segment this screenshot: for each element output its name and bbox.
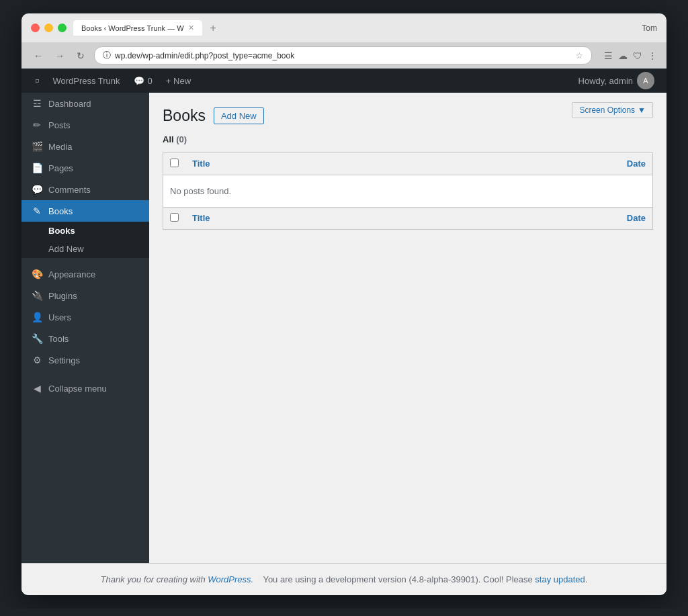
sidebar-gap <box>22 258 149 263</box>
close-dot[interactable] <box>31 24 40 32</box>
sidebar-menu: ☲ Dashboard ✏ Posts 🎬 Media <box>22 93 149 371</box>
posts-table: Title Date No posts found. <box>163 152 653 230</box>
wp-content: Screen Options ▼ Books Add New All (0) <box>149 93 666 563</box>
screen-options-button[interactable]: Screen Options ▼ <box>572 102 653 118</box>
media-icon: 🎬 <box>31 141 43 152</box>
bookmark-icon[interactable]: ☆ <box>576 51 583 60</box>
sidebar-item-comments[interactable]: 💬 Comments <box>22 179 149 200</box>
sidebar-item-appearance[interactable]: 🎨 Appearance <box>22 263 149 285</box>
settings-link[interactable]: ⚙ Settings <box>22 349 149 371</box>
sidebar-item-plugins[interactable]: 🔌 Plugins <box>22 285 149 306</box>
browser-toolbar-right: ☰ ☁ 🛡 ⋮ <box>604 50 657 61</box>
posts-icon: ✏ <box>31 120 43 130</box>
select-all-checkbox[interactable] <box>170 159 179 167</box>
books-sub-add-new-link[interactable]: Add New <box>22 240 149 258</box>
foot-title-col: Title <box>185 207 572 229</box>
comments-item[interactable]: 💬 0 <box>127 69 159 93</box>
browser-tab[interactable]: Books ‹ WordPress Trunk — W ✕ <box>73 20 202 36</box>
posts-link[interactable]: ✏ Posts <box>22 114 149 136</box>
tab-title: Books ‹ WordPress Trunk — W <box>81 24 184 32</box>
site-name: WordPress Trunk <box>52 76 120 86</box>
books-link[interactable]: ✎ Books <box>22 200 149 222</box>
url-display: wp.dev/wp-admin/edit.php?post_type=acme_… <box>115 51 572 60</box>
date-sort-link[interactable]: Date <box>579 159 646 169</box>
sidebar-item-pages[interactable]: 📄 Pages <box>22 157 149 179</box>
plugins-label: Plugins <box>48 291 77 301</box>
tools-link[interactable]: 🔧 Tools <box>22 328 149 349</box>
tools-icon: 🔧 <box>31 333 43 344</box>
address-bar[interactable]: ⓘ wp.dev/wp-admin/edit.php?post_type=acm… <box>94 46 592 64</box>
wp-sidebar: ☲ Dashboard ✏ Posts 🎬 Media <box>22 93 149 563</box>
sidebar-item-books[interactable]: ✎ Books Books Add New <box>22 200 149 258</box>
new-content-item[interactable]: + New <box>159 69 198 93</box>
tab-close-icon[interactable]: ✕ <box>188 24 194 32</box>
menu-icon[interactable]: ⋮ <box>648 50 657 61</box>
books-submenu-add-new[interactable]: Add New <box>22 240 149 258</box>
add-new-button[interactable]: Add New <box>214 107 264 124</box>
wp-main: ☲ Dashboard ✏ Posts 🎬 Media <box>22 93 666 563</box>
layers-icon[interactable]: ☰ <box>604 50 613 61</box>
lock-icon: ⓘ <box>103 50 111 61</box>
media-link[interactable]: 🎬 Media <box>22 136 149 157</box>
dashboard-label: Dashboard <box>48 99 91 109</box>
sidebar-item-media[interactable]: 🎬 Media <box>22 136 149 157</box>
collapse-icon: ◀ <box>31 383 43 394</box>
select-all-footer-checkbox[interactable] <box>170 213 179 222</box>
stay-updated-link[interactable]: stay updated <box>535 574 585 584</box>
plugins-link[interactable]: 🔌 Plugins <box>22 285 149 306</box>
admin-avatar: A <box>637 72 654 89</box>
wp-admin-bar: ▫ WordPress Trunk 💬 0 + New Howdy, admin… <box>22 69 666 93</box>
plugins-icon: 🔌 <box>31 290 43 301</box>
comments-link[interactable]: 💬 Comments <box>22 179 149 200</box>
comments-icon: 💬 <box>134 76 144 86</box>
shield-icon[interactable]: 🛡 <box>633 50 642 61</box>
sidebar-item-tools[interactable]: 🔧 Tools <box>22 328 149 349</box>
title-sort-link[interactable]: Title <box>192 159 210 169</box>
table-head: Title Date <box>163 152 653 175</box>
books-sub-books-link[interactable]: Books <box>22 222 149 240</box>
comments-label: Comments <box>48 185 91 195</box>
books-submenu-books[interactable]: Books <box>22 222 149 240</box>
wp-window: ▫ WordPress Trunk 💬 0 + New Howdy, admin… <box>22 69 666 595</box>
sidebar-item-users[interactable]: 👤 Users <box>22 306 149 328</box>
wordpress-link[interactable]: WordPress <box>208 574 251 584</box>
footer-end-period: . <box>585 574 588 584</box>
maximize-dot[interactable] <box>58 24 67 32</box>
browser-addressbar: ← → ↻ ⓘ wp.dev/wp-admin/edit.php?post_ty… <box>22 42 666 69</box>
sidebar-item-settings[interactable]: ⚙ Settings <box>22 349 149 371</box>
users-link[interactable]: 👤 Users <box>22 306 149 328</box>
appearance-label: Appearance <box>48 269 95 279</box>
sidebar-item-dashboard[interactable]: ☲ Dashboard <box>22 93 149 114</box>
sidebar-item-posts[interactable]: ✏ Posts <box>22 114 149 136</box>
screen-options-chevron: ▼ <box>638 105 646 115</box>
pages-link[interactable]: 📄 Pages <box>22 157 149 179</box>
pages-icon: 📄 <box>31 163 43 173</box>
table-foot: Title Date <box>163 207 653 229</box>
wp-logo-item[interactable]: ▫ <box>28 69 46 93</box>
date-footer-sort-link[interactable]: Date <box>579 213 646 223</box>
appearance-link[interactable]: 🎨 Appearance <box>22 263 149 285</box>
new-tab-icon[interactable]: + <box>210 22 216 34</box>
comments-sidebar-icon: 💬 <box>31 184 43 195</box>
dashboard-link[interactable]: ☲ Dashboard <box>22 93 149 114</box>
all-filter-link[interactable]: All (0) <box>163 134 187 144</box>
cloud-icon[interactable]: ☁ <box>618 50 628 61</box>
books-label: Books <box>48 206 73 216</box>
head-date-col: Date <box>572 152 653 175</box>
title-footer-sort-link[interactable]: Title <box>192 213 210 223</box>
back-button[interactable]: ← <box>31 49 46 62</box>
forward-button[interactable]: → <box>52 49 67 62</box>
books-submenu: Books Add New <box>22 222 149 258</box>
page-title: Books <box>163 106 206 126</box>
collapse-menu[interactable]: ◀ Collapse menu <box>22 378 149 399</box>
wp-footer: Thank you for creating with WordPress. Y… <box>22 563 666 595</box>
tools-label: Tools <box>48 334 69 344</box>
footer-thank-you: Thank you for creating with WordPress. Y… <box>101 574 588 584</box>
minimize-dot[interactable] <box>44 24 53 32</box>
browser-user: Tom <box>642 24 657 33</box>
media-label: Media <box>48 142 72 152</box>
title-row: Books Add New <box>163 106 264 126</box>
site-name-item[interactable]: WordPress Trunk <box>46 69 126 93</box>
table-foot-row: Title Date <box>163 207 653 229</box>
refresh-button[interactable]: ↻ <box>74 49 87 62</box>
